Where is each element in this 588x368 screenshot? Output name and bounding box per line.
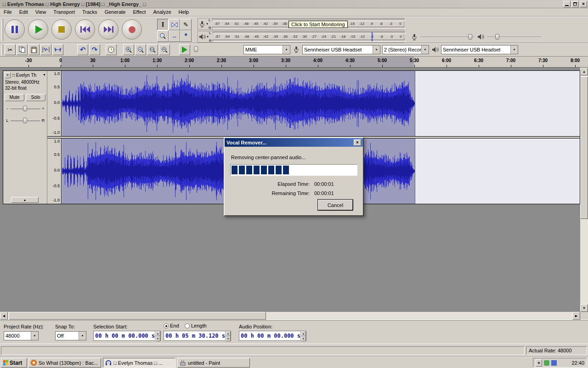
zoom-tool-button[interactable] — [157, 30, 169, 42]
combo-arrow-icon[interactable]: ▼ — [31, 332, 38, 340]
taskbar-item-paint[interactable]: untitled - Paint — [177, 358, 250, 368]
scroll-right-button[interactable]: ▶ — [572, 312, 580, 320]
zoom-out-button[interactable] — [135, 44, 146, 55]
selection-start-value[interactable]: 00 h 00 m 00.000 s — [94, 333, 155, 339]
combo-arrow-icon[interactable]: ▼ — [283, 46, 290, 54]
menu-item[interactable]: Transport — [50, 8, 79, 16]
combo-arrow-icon[interactable]: ▼ — [421, 46, 429, 54]
toolbar-grip[interactable] — [1, 45, 3, 55]
dialog-title-bar[interactable]: Vocal Remover... × — [225, 138, 363, 147]
undo-button[interactable]: ↶ — [77, 44, 88, 55]
spin-up-icon[interactable]: ▲ — [155, 331, 160, 336]
scroll-down-button[interactable]: ▼ — [580, 304, 588, 312]
paste-button[interactable] — [28, 44, 40, 55]
gain-slider-thumb[interactable] — [23, 106, 27, 111]
zoom-in-button[interactable] — [123, 44, 134, 55]
audio-host-combobox[interactable]: MME▼ — [243, 45, 290, 54]
combo-arrow-icon[interactable]: ▼ — [79, 332, 86, 340]
vscroll-thumb[interactable] — [580, 76, 588, 219]
output-device-combobox[interactable]: Sennheiser USB Headset▼ — [441, 45, 518, 54]
redo-button[interactable]: ↷ — [89, 44, 100, 55]
selection-end-value[interactable]: 00 h 05 m 30.120 s — [164, 333, 225, 339]
fit-project-button[interactable] — [159, 44, 170, 55]
cut-button[interactable]: ✂ — [5, 44, 16, 55]
scroll-up-button[interactable]: ▲ — [580, 68, 588, 75]
play-at-speed-button[interactable] — [179, 44, 190, 55]
pause-button[interactable] — [5, 19, 25, 40]
selection-end-field[interactable]: 00 h 05 m 30.120 s▲▼ — [164, 331, 231, 341]
scroll-left-button[interactable]: ◀ — [0, 312, 8, 320]
end-radio-icon[interactable] — [164, 323, 169, 328]
selection-start-field[interactable]: 00 h 00 m 00.000 s▲▼ — [93, 331, 161, 341]
envelope-tool-button[interactable] — [169, 19, 180, 30]
start-button[interactable]: Start — [1, 358, 27, 368]
spin-up-icon[interactable]: ▲ — [301, 331, 306, 336]
track-title[interactable]: □ Evelyn Th — [12, 73, 40, 78]
monitoring-tooltip[interactable]: Click to Start Monitoring — [288, 21, 348, 28]
mute-button[interactable]: Mute — [5, 94, 24, 101]
input-device-combobox[interactable]: Sennheiser USB Headset▼ — [302, 45, 380, 54]
skip-to-end-button[interactable] — [98, 19, 119, 40]
time-spinner[interactable]: ▲▼ — [225, 331, 231, 340]
menu-item[interactable]: Tracks — [79, 8, 101, 16]
close-button[interactable]: × — [580, 1, 587, 7]
timeshift-tool-button[interactable]: ↔ — [169, 30, 180, 42]
slider-thumb[interactable] — [194, 46, 198, 52]
menu-item[interactable]: Effect — [130, 8, 150, 16]
selection-tool-button[interactable]: I — [157, 19, 169, 30]
vscroll-track[interactable] — [580, 75, 588, 304]
spin-down-icon[interactable]: ▼ — [301, 336, 306, 341]
snap-to-combobox[interactable]: Off▼ — [55, 331, 86, 340]
timeline-ruler[interactable]: -300301:001:302:002:303:003:304:004:305:… — [0, 57, 588, 68]
hscroll-track[interactable] — [8, 312, 572, 320]
stop-button[interactable] — [51, 19, 72, 40]
menu-item[interactable]: Analyze — [149, 8, 175, 16]
playback-meter[interactable]: ▼ L -57-54-51-48-45-42-39-36-33-30-27-24… — [198, 31, 404, 43]
cancel-button[interactable]: Cancel — [318, 200, 353, 210]
selection-end-radio[interactable]: End — [164, 323, 179, 328]
silence-audio-button[interactable] — [52, 44, 63, 55]
slider-thumb[interactable] — [495, 34, 499, 40]
track-collapse-button[interactable]: ▲ — [11, 197, 39, 203]
pan-slider-thumb[interactable] — [23, 118, 27, 123]
menu-item[interactable]: Help — [175, 8, 193, 16]
record-channels-combobox[interactable]: 2 (Stereo) Record▼ — [382, 45, 429, 54]
solo-button[interactable]: Solo — [26, 94, 45, 101]
record-button[interactable] — [122, 19, 142, 40]
menu-item[interactable]: Generate — [101, 8, 130, 16]
spin-up-icon[interactable]: ▲ — [226, 331, 231, 336]
draw-tool-button[interactable]: ✎ — [180, 19, 192, 30]
taskbar-item-so-what[interactable]: So What (130bpm) : Bac... — [28, 358, 101, 368]
menu-item[interactable]: File — [0, 8, 16, 16]
time-spinner[interactable]: ▲▼ — [300, 331, 306, 340]
timer-button[interactable] — [106, 44, 117, 55]
combo-arrow-icon[interactable]: ▼ — [373, 46, 380, 54]
pan-slider[interactable]: L R — [6, 117, 45, 124]
dialog-close-button[interactable]: × — [354, 139, 361, 146]
play-button[interactable] — [28, 19, 48, 40]
menu-item[interactable]: Edit — [16, 8, 32, 16]
tray-icon-blue[interactable] — [551, 360, 557, 366]
slider-thumb[interactable] — [468, 34, 472, 40]
taskbar-item-audacity[interactable]: □ Evelyn Thomas □ ... — [103, 358, 175, 368]
input-volume-slider[interactable] — [420, 33, 475, 40]
toolbar-grip[interactable] — [1, 19, 3, 41]
spin-down-icon[interactable]: ▼ — [226, 336, 231, 341]
horizontal-scrollbar[interactable]: ◀ ▶ — [0, 312, 580, 320]
tray-icon-green[interactable] — [544, 360, 549, 366]
track-menu-arrow-icon[interactable]: ▼ — [43, 73, 46, 76]
fit-selection-button[interactable] — [147, 44, 158, 55]
vertical-scrollbar[interactable]: ▲ ▼ — [580, 68, 588, 312]
trim-audio-button[interactable] — [40, 44, 51, 55]
combo-arrow-icon[interactable]: ▼ — [510, 46, 518, 54]
waveform-left-channel[interactable] — [62, 71, 580, 136]
copy-button[interactable] — [17, 44, 28, 55]
gain-slider[interactable]: - + — [6, 105, 45, 112]
length-radio-icon[interactable] — [185, 323, 190, 328]
vertical-ruler-left[interactable]: 1.00.50.0-0.5-1.0 — [47, 71, 62, 136]
output-volume-slider[interactable] — [487, 33, 541, 40]
audio-position-value[interactable]: 00 h 00 m 00.000 s — [239, 333, 300, 339]
vertical-ruler-right[interactable]: 1.00.50.0-0.5-1.0 — [47, 138, 62, 204]
skip-to-start-button[interactable] — [75, 19, 95, 40]
restore-button[interactable] — [571, 1, 579, 7]
